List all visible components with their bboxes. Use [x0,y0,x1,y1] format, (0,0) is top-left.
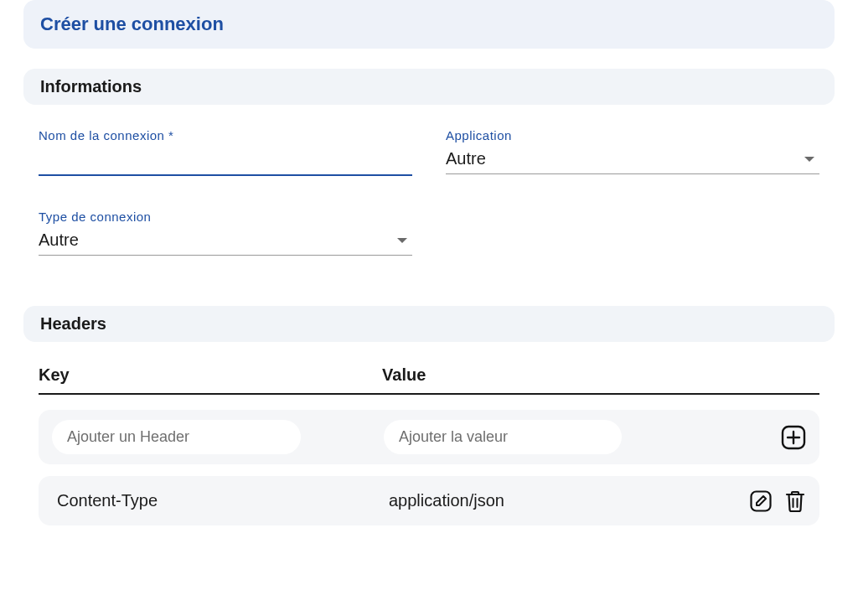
field-application: Application Autre [446,128,819,176]
field-connection-type: Type de connexion Autre [39,210,412,256]
field-connection-name: Nom de la connexion * [39,128,412,176]
section-header-info: Informations [23,69,835,105]
edit-header-button[interactable] [749,489,773,513]
add-header-button[interactable] [781,425,806,450]
select-application-value: Autre [446,149,486,168]
column-header-value: Value [382,365,710,385]
input-connection-name[interactable] [39,148,412,176]
label-connection-name: Nom de la connexion * [39,128,412,142]
table-row: Content-Type application/json [39,476,819,525]
cell-header-key: Content-Type [52,486,384,515]
select-connection-type[interactable]: Autre [39,229,412,256]
page-title: Créer une connexion [40,13,818,35]
label-application: Application [446,128,819,142]
edit-icon [749,489,773,513]
input-header-value[interactable] [384,420,622,454]
headers-table: Key Value Content-Ty [23,365,835,525]
table-head: Key Value [39,365,819,395]
plus-icon [781,425,806,450]
chevron-down-icon [804,157,814,162]
svg-rect-3 [752,491,771,510]
input-header-key[interactable] [52,420,301,454]
label-connection-type: Type de connexion [39,210,412,224]
page-title-bar: Créer une connexion [23,0,835,49]
section-title-info: Informations [40,77,818,96]
column-header-key: Key [39,365,382,385]
cell-header-value: application/json [384,486,700,515]
trash-icon [784,489,806,513]
chevron-down-icon [397,238,407,243]
info-form: Nom de la connexion * Application Autre … [23,128,835,256]
section-header-headers: Headers [23,306,835,342]
select-application[interactable]: Autre [446,148,819,174]
section-title-headers: Headers [40,314,818,334]
delete-header-button[interactable] [784,489,806,513]
select-connection-type-value: Autre [39,230,79,250]
add-header-row [39,410,819,464]
column-header-actions [711,365,819,385]
